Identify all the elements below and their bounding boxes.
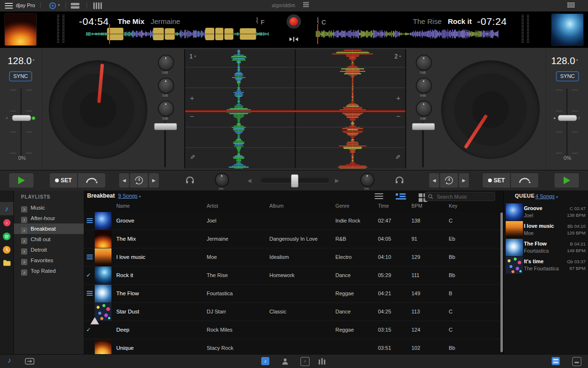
deck2-platter[interactable] [442, 61, 539, 158]
playlist-item[interactable]: ♪Detroit [14, 245, 84, 255]
songs-view-icon[interactable]: ♪ [261, 357, 269, 365]
track-row[interactable]: ✓DeepRock MilesReggae03:15124C [84, 321, 501, 339]
record-menu-icon[interactable]: ▾ [49, 2, 64, 10]
deck2-pitch-handle[interactable] [558, 115, 577, 121]
deck1-headphone-cue-icon[interactable] [186, 176, 194, 186]
deck2-pitch-slider[interactable]: ♪ [552, 89, 582, 156]
playlist-item[interactable]: ♪Chill out [14, 234, 84, 245]
deck1-pitch-slider[interactable]: ♪ [6, 89, 36, 156]
deck1-bpm-display[interactable]: 128.0▾ [8, 56, 34, 67]
column-header[interactable]: BPM [411, 203, 422, 209]
deck2-bpm-display[interactable]: 128.0▾ [551, 56, 578, 67]
deck2-headphone-cue-icon[interactable] [395, 176, 404, 186]
edit-beatgrid-icon[interactable]: ✎ [395, 154, 400, 161]
zoom-in-icon[interactable]: + [190, 95, 194, 101]
deck1-volume-handle[interactable] [154, 123, 177, 130]
playlist-item[interactable]: ♪After-hour [14, 213, 84, 223]
playlist-item[interactable]: ♪Favorites [14, 255, 84, 266]
deck1-pitch-bend-button[interactable] [78, 173, 105, 188]
eq-knob[interactable] [416, 55, 432, 71]
parallel-waveform-panel[interactable]: 1 ▾ 2 ▾ + + − − ✎ ✎ [184, 49, 406, 168]
crossfade-left-arrow[interactable]: ◀ [247, 178, 251, 184]
track-row[interactable]: ✓Rock itThe RiseHomeworkDance05:29111Bb [84, 267, 501, 285]
deck2-cue-mix-knob[interactable] [360, 173, 375, 187]
source-spotify-icon[interactable] [0, 230, 13, 243]
column-header[interactable]: Time [378, 203, 389, 209]
apps-grid-icon[interactable] [567, 2, 576, 9]
column-header[interactable]: Album [269, 203, 284, 209]
column-header[interactable]: Key [449, 203, 457, 209]
eq-knob[interactable] [416, 78, 432, 94]
deck1-pitch-handle[interactable] [12, 115, 31, 121]
queue-item[interactable]: The FlowFourtasticaB 04:21149 BPM [504, 239, 588, 256]
column-header[interactable]: Genre [335, 203, 349, 209]
deck1-play-button[interactable] [9, 173, 33, 188]
edit-beatgrid-icon[interactable]: ✎ [190, 154, 195, 161]
queue-view-icon[interactable] [552, 357, 560, 365]
sampler-bars-icon[interactable] [93, 2, 104, 9]
zoom-out-icon[interactable]: − [396, 113, 400, 119]
source-apple-music-icon[interactable]: ♪ [0, 216, 13, 230]
menu-icon[interactable] [5, 3, 13, 9]
loop-toggle-button[interactable]: 4 [130, 173, 148, 188]
view-detail-list-icon[interactable] [396, 193, 406, 201]
source-history-icon[interactable] [0, 243, 13, 256]
deck2-volume-handle[interactable] [412, 123, 435, 130]
automix-queue-icon[interactable] [25, 358, 34, 367]
albums-view-icon[interactable]: ♪ [300, 357, 310, 366]
song-count-link[interactable]: 9 Songs▾ [118, 193, 141, 199]
deck1-cue-set-button[interactable]: SET [50, 173, 77, 188]
track-row[interactable]: I love musicMoeIdealismElectro04:10129Bb [84, 248, 501, 267]
track-row[interactable]: GrooveJoelIndie Rock02:47138C [84, 212, 501, 230]
column-header[interactable]: Name [116, 203, 130, 209]
deck1-number-label[interactable]: 1 ▾ [189, 53, 196, 60]
view-list-icon[interactable] [375, 193, 383, 201]
queue-item[interactable]: I love musicMoeBb 04:10129 BPM [504, 221, 588, 239]
eq-knob[interactable] [416, 100, 432, 117]
zoom-out-icon[interactable]: − [190, 113, 194, 119]
loop-double-button[interactable]: ▶ [149, 173, 159, 188]
genres-view-icon[interactable] [318, 357, 326, 367]
eq-knob[interactable] [158, 78, 174, 94]
deck1-volume-fader[interactable] [154, 122, 177, 167]
column-header[interactable]: Artist [207, 203, 218, 209]
deck2-volume-fader[interactable] [411, 122, 434, 167]
source-files-folder-icon[interactable] [0, 256, 13, 269]
deck2-number-label[interactable]: 2 ▾ [394, 53, 401, 60]
loop-halve-button[interactable]: ◀ [119, 173, 129, 188]
deck-layout-icon[interactable] [71, 3, 79, 9]
queue-count-link[interactable]: 4 Songs▾ [535, 193, 558, 199]
eq-knob[interactable] [158, 55, 174, 71]
search-input[interactable] [436, 193, 494, 200]
loop-toggle-button[interactable]: 4 [440, 173, 458, 188]
playlist-item[interactable]: ♪Top Rated [14, 266, 84, 276]
artists-view-icon[interactable] [281, 357, 289, 367]
source-djay-library-icon[interactable]: ♪ [0, 202, 13, 215]
track-row[interactable]: The MixJermaineDangerously In LoveR&B04:… [84, 230, 501, 248]
deck2-pitch-bend-button[interactable] [511, 173, 538, 188]
crossfader-handle[interactable] [291, 174, 299, 188]
deck1-cue-mix-knob[interactable] [215, 173, 229, 187]
track-row[interactable]: Star DustDJ StarrClassicDance04:25113C [84, 303, 501, 321]
deck2-sync-button[interactable]: SYNC [556, 71, 579, 81]
loop-halve-button[interactable]: ◀ [429, 173, 439, 188]
deck2-waveform[interactable] [316, 26, 499, 42]
automix-icon[interactable] [287, 35, 300, 43]
track-row[interactable]: The FlowFourtasticaReggae04:21149B [84, 285, 501, 303]
queue-item[interactable]: GrooveJoelC 02:47138 BPM [504, 203, 588, 221]
deck2-cue-set-button[interactable]: SET [483, 173, 510, 188]
record-button[interactable] [287, 14, 301, 29]
library-note-icon[interactable]: ♪ [8, 356, 11, 364]
mini-player-icon[interactable] [572, 357, 581, 366]
loop-double-button[interactable]: ▶ [459, 173, 469, 188]
deck1-waveform[interactable] [86, 26, 269, 42]
eq-knob[interactable] [158, 100, 174, 117]
playlist-item[interactable]: ♪Breakbeat [14, 223, 84, 234]
crossfader[interactable] [261, 178, 329, 183]
queue-item[interactable]: It's timeThe FourtasticaGb 03:3787 BPM [504, 256, 588, 274]
table-scrollbar[interactable] [500, 212, 503, 352]
zoom-in-icon[interactable]: + [396, 95, 400, 101]
playlist-item[interactable]: ♪Music [14, 202, 84, 213]
crossfade-right-arrow[interactable]: ▶ [335, 178, 339, 184]
deck1-sync-button[interactable]: SYNC [9, 71, 32, 81]
